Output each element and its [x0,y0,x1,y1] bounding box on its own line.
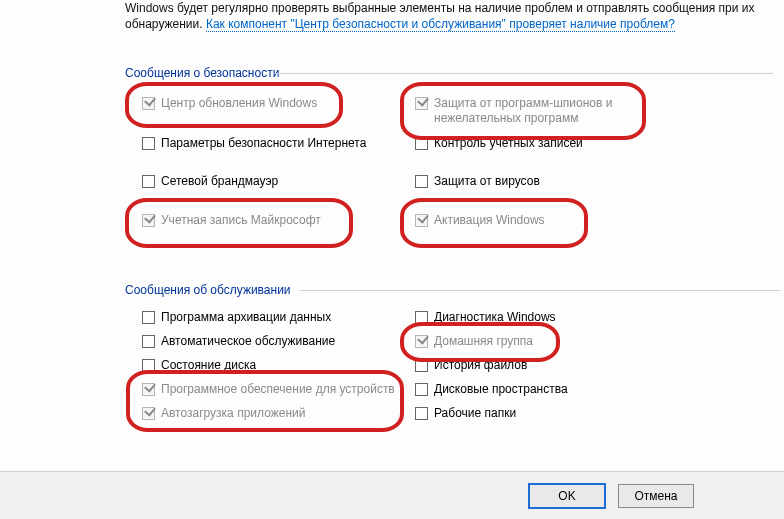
checkbox-virus[interactable]: Защита от вирусов [415,174,540,189]
checkbox-work-folders[interactable]: Рабочие папки [415,406,516,421]
checkbox-label: Защита от программ-шпионов и нежелательн… [434,96,644,126]
help-link[interactable]: Как компонент "Центр безопасности и обсл… [206,17,675,32]
checkbox-icon [415,311,428,324]
checkbox-icon [415,335,428,348]
checkbox-icon [415,214,428,227]
divider [300,290,780,291]
checkbox-ms-account: Учетная запись Майкрософт [142,213,321,228]
checkbox-icon [142,335,155,348]
checkbox-icon [142,214,155,227]
checkbox-device-software: Программное обеспечение для устройств [142,382,395,397]
checkbox-label: История файлов [434,358,527,373]
checkbox-icon [142,311,155,324]
checkbox-diagnostics[interactable]: Диагностика Windows [415,310,556,325]
checkbox-disk-state[interactable]: Состояние диска [142,358,256,373]
checkbox-label: Дисковые пространства [434,382,568,397]
checkbox-internet-security[interactable]: Параметры безопасности Интернета [142,136,366,151]
checkbox-uac[interactable]: Контроль учетных записей [415,136,583,151]
checkbox-label: Учетная запись Майкрософт [161,213,321,228]
checkbox-icon [142,137,155,150]
checkbox-icon [415,137,428,150]
checkbox-label: Состояние диска [161,358,256,373]
checkbox-label: Центр обновления Windows [161,96,317,111]
checkbox-label: Контроль учетных записей [434,136,583,151]
checkbox-label: Автозагрузка приложений [161,406,305,421]
checkbox-icon [415,359,428,372]
checkbox-storage-spaces[interactable]: Дисковые пространства [415,382,568,397]
checkbox-label: Автоматическое обслуживание [161,334,335,349]
checkbox-backup[interactable]: Программа архивации данных [142,310,331,325]
checkbox-label: Программа архивации данных [161,310,331,325]
checkbox-startup-apps: Автозагрузка приложений [142,406,305,421]
checkbox-icon [142,407,155,420]
checkbox-icon [415,97,428,110]
checkbox-label: Сетевой брандмауэр [161,174,278,189]
dialog-footer: OK Отмена [0,471,784,519]
checkbox-label: Диагностика Windows [434,310,556,325]
highlight-ring [126,370,404,432]
checkbox-spyware: Защита от программ-шпионов и нежелательн… [415,96,644,126]
checkbox-label: Программное обеспечение для устройств [161,382,395,397]
maintenance-section-title: Сообщения об обслуживании [125,283,291,297]
ok-button[interactable]: OK [528,483,606,509]
checkbox-label: Рабочие папки [434,406,516,421]
checkbox-icon [142,97,155,110]
checkbox-windows-update: Центр обновления Windows [142,96,317,111]
checkbox-icon [142,175,155,188]
checkbox-firewall[interactable]: Сетевой брандмауэр [142,174,278,189]
checkbox-icon [142,359,155,372]
divider [275,73,773,74]
checkbox-file-history[interactable]: История файлов [415,358,527,373]
checkbox-icon [415,407,428,420]
checkbox-activation: Активация Windows [415,213,545,228]
checkbox-icon [415,175,428,188]
checkbox-icon [142,383,155,396]
security-section-title: Сообщения о безопасности [125,66,279,80]
checkbox-homegroup: Домашняя группа [415,334,533,349]
checkbox-icon [415,383,428,396]
checkbox-label: Защита от вирусов [434,174,540,189]
checkbox-label: Домашняя группа [434,334,533,349]
checkbox-auto-maintenance[interactable]: Автоматическое обслуживание [142,334,335,349]
cancel-button[interactable]: Отмена [618,484,694,508]
description-text: Windows будет регулярно проверять выбран… [125,0,765,32]
checkbox-label: Параметры безопасности Интернета [161,136,366,151]
checkbox-label: Активация Windows [434,213,545,228]
